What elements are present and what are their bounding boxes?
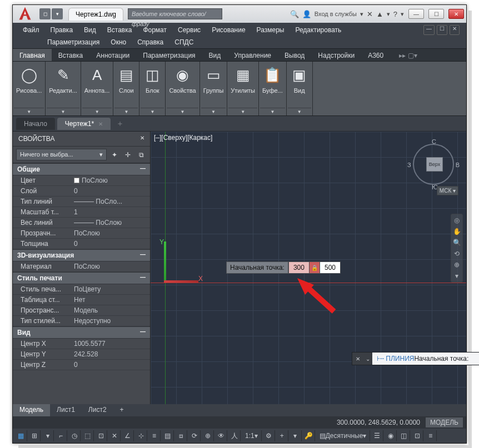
close-button[interactable]: ✕ — [448, 9, 464, 19]
scale-control[interactable]: 1:1 ▾ — [242, 430, 262, 441]
ribbon-panel-7[interactable]: ▦Утилиты▼ — [227, 62, 259, 115]
ribbon-panel-2[interactable]: AАннота...▼ — [81, 62, 114, 115]
infer-icon[interactable]: ▾ — [42, 430, 54, 441]
ribbon-panel-5[interactable]: ◉Свойства▼ — [166, 62, 199, 115]
units-control[interactable]: ▤ Десятичные ▾ — [316, 430, 371, 441]
layout-tab-sheet2[interactable]: Лист2 — [82, 404, 113, 416]
ribbon-tab-home[interactable]: Главная — [13, 49, 52, 61]
panel-expand-icon[interactable]: ▼ — [47, 108, 79, 115]
prop-value[interactable]: 0 — [74, 187, 150, 195]
select-objects-icon[interactable]: ✛ — [122, 149, 133, 160]
ribbon-tab-output[interactable]: Вывод — [278, 49, 311, 61]
ribbon-tab-parametric[interactable]: Параметризация — [136, 49, 202, 61]
prop-value[interactable]: Нет — [74, 296, 150, 304]
a360-icon[interactable]: ▲ — [376, 10, 383, 18]
av-icon[interactable]: 👁 — [215, 430, 227, 441]
ribbon-tab-annotate[interactable]: Аннотации — [89, 49, 136, 61]
ribbon-more[interactable]: ▸▸ ▢▾ — [392, 49, 423, 61]
prop-value[interactable]: Недоступно — [74, 317, 150, 325]
panel-expand-icon[interactable]: ▼ — [114, 108, 138, 115]
prop-row[interactable]: Толщина0 — [13, 239, 150, 249]
panel-expand-icon[interactable]: ▼ — [201, 108, 226, 115]
dyn-icon[interactable]: ⊹ — [135, 430, 147, 441]
ribbon-panel-6[interactable]: ▭Группы▼ — [200, 62, 228, 115]
snap-icon[interactable]: ⊞ — [28, 430, 41, 441]
dyn-x-field[interactable]: 300 — [288, 261, 310, 274]
prop-row[interactable]: МатериалПоСлою — [13, 261, 150, 272]
tpy-icon[interactable]: ▤ — [162, 430, 174, 441]
prop-row[interactable]: Таблица ст...Нет — [13, 295, 150, 305]
iso-icon[interactable]: ⬚ — [82, 430, 94, 441]
command-line[interactable]: ✕ ⌄ ⊦╌ ПЛИНИЯ Начальная точка: ▾ — [352, 352, 479, 365]
prop-row[interactable]: Прозрачн...ПоСлою — [13, 228, 150, 239]
gear-icon[interactable]: ⚙ — [263, 430, 275, 441]
menu-dimension[interactable]: Размеры — [251, 24, 290, 36]
qp-icon[interactable]: ⧈ — [175, 430, 187, 441]
sc-icon[interactable]: ⟳ — [188, 430, 201, 441]
cat-viz[interactable]: 3D-визуализация — [17, 251, 74, 259]
menu-edit[interactable]: Правка — [45, 24, 79, 36]
prop-row[interactable]: Масштаб т...1 — [13, 207, 150, 218]
prop-row[interactable]: Тип стилей...Недоступно — [13, 316, 150, 326]
search-icon[interactable]: 🔍 — [290, 10, 299, 18]
user-icon[interactable]: 👤 — [302, 10, 311, 18]
prop-row[interactable]: Центр X1005.5577 — [13, 339, 150, 349]
ribbon-panel-1[interactable]: ✎Редакти...▼ — [46, 62, 81, 115]
file-tab-start[interactable]: Начало — [16, 118, 55, 130]
ribbon-panel-0[interactable]: ◯Рисова...▼ — [13, 62, 46, 115]
clean-icon[interactable]: ⊡ — [411, 430, 423, 441]
ribbon-tab-view[interactable]: Вид — [202, 49, 228, 61]
layout-tab-sheet1[interactable]: Лист1 — [50, 404, 82, 416]
search-input[interactable]: Введите ключевое слово/фразу — [128, 8, 222, 19]
prop-value[interactable]: 0 — [74, 240, 150, 248]
ribbon-tab-insert[interactable]: Вставка — [52, 49, 90, 61]
prop-value[interactable]: 1005.5577 — [74, 340, 150, 348]
minimize-button[interactable]: — — [408, 9, 424, 19]
help-icon[interactable]: ? — [393, 10, 397, 18]
ucs-button[interactable]: МСК ▾ — [437, 186, 458, 195]
prop-value[interactable]: ——— ПоСло... — [74, 198, 150, 205]
document-tab[interactable]: Чертеж1.dwg — [68, 8, 123, 21]
prop-row[interactable]: Пространс...Модель — [13, 305, 150, 316]
maxvp-icon[interactable]: + — [276, 430, 288, 441]
prop-row[interactable]: Вес линий——— ПоСлою — [13, 218, 150, 228]
cat-general[interactable]: Общие — [17, 165, 40, 173]
selection-combo[interactable]: Ничего не выбра...▾ — [16, 149, 107, 160]
menu-window[interactable]: Окно — [105, 36, 132, 48]
dynamic-input[interactable]: Начальная точка: 300 🔒 500 — [226, 261, 341, 274]
app-logo[interactable] — [13, 5, 37, 23]
ribbon-panel-8[interactable]: 📋Буфе...▼ — [259, 62, 287, 115]
panel-expand-icon[interactable]: ▼ — [260, 108, 285, 115]
menu-file[interactable]: Файл — [17, 24, 45, 36]
cat-plot[interactable]: Стиль печати — [17, 274, 62, 282]
menu-modify[interactable]: Редактировать — [290, 24, 347, 36]
prop-value[interactable]: ——— ПоСлою — [74, 219, 150, 226]
qat-dropdown-icon[interactable]: ▾ — [52, 8, 63, 19]
menu-draw[interactable]: Рисование — [206, 24, 251, 36]
prop-row[interactable]: ЦветПоСлою — [13, 175, 150, 186]
layout-tab-model[interactable]: Модель — [13, 404, 50, 416]
ribbon-tab-addins[interactable]: Надстройки — [311, 49, 361, 61]
panel-expand-icon[interactable]: ▼ — [14, 108, 44, 115]
menu-view[interactable]: Вид — [78, 24, 102, 36]
prop-row[interactable]: Слой0 — [13, 186, 150, 197]
close-icon[interactable]: ✕ — [98, 121, 103, 127]
quick-select-icon[interactable]: ⧉ — [136, 149, 147, 160]
mdi-minimize[interactable]: — — [423, 25, 435, 35]
properties-close-icon[interactable]: ✕ — [140, 135, 144, 143]
prop-value[interactable]: Модель — [74, 306, 150, 314]
prop-value[interactable]: ПоСлою — [74, 229, 150, 237]
exchange-icon[interactable]: ✕ — [367, 10, 373, 18]
viewcube[interactable]: Верх С В Ю З — [408, 139, 458, 189]
panel-expand-icon[interactable]: ▼ — [228, 108, 257, 115]
cat-view[interactable]: Вид — [17, 329, 31, 336]
menu-spds[interactable]: СПДС — [169, 36, 199, 48]
mdi-restore[interactable]: ☐ — [437, 25, 447, 35]
menu-tools[interactable]: Сервис — [172, 24, 206, 36]
file-tab-active[interactable]: Чертеж1*✕ — [57, 118, 111, 130]
mdi-close[interactable]: ✕ — [450, 25, 460, 35]
prop-value[interactable]: 1 — [74, 208, 150, 216]
viewport-label[interactable]: [–][Сверху][Каркас] — [154, 134, 212, 142]
as-icon[interactable]: 人 — [228, 430, 241, 441]
qat-new-icon[interactable]: ◻ — [39, 8, 51, 19]
